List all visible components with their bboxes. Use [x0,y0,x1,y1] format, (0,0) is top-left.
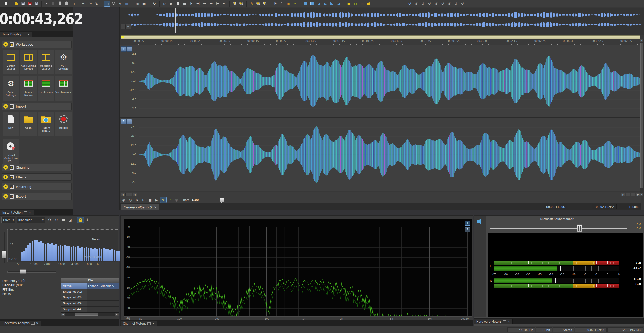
transport-play-icon[interactable]: ▶ [154,197,160,203]
spectroscope-button[interactable]: Spectroscope [55,76,72,101]
zoom-in-time-icon[interactable]: + [631,193,635,196]
fx-pitch-icon[interactable]: ↺ [453,1,459,6]
redo-icon[interactable]: ↷ [87,1,93,6]
speaker-icon[interactable] [476,218,484,224]
overview-menu-icon[interactable]: ≡ [126,24,131,29]
fx-favorites-icon[interactable]: ↺ [407,1,413,6]
marker-next-icon[interactable]: ⚐ [279,1,285,6]
hardware-meters-titlebar[interactable]: Hardware Meters ✕ [474,319,513,324]
spectrum-refresh-icon[interactable]: ↻ [53,217,59,223]
float-icon[interactable] [147,322,151,325]
position-bar[interactable] [121,35,640,39]
fft-size-select[interactable]: 1,024▼ [1,217,15,223]
spectrum-titlebar[interactable]: Spectrum Analysis ✕ [0,321,41,326]
waveform-channel-1[interactable] [120,45,641,117]
expand-arrow-icon[interactable] [3,184,8,189]
envelope-tool-icon[interactable] [335,1,342,6]
snapshot-table-scrollbar[interactable]: ◀ ▶ [61,313,119,316]
scrollbar-thumb[interactable] [125,193,132,196]
section-header-export[interactable]: ↗Export [2,193,72,200]
scroll-down-icon[interactable]: ▼ [640,193,643,196]
cut-icon[interactable]: ✂ [44,1,50,6]
window-type-select[interactable]: Triangular▼ [17,217,45,223]
fx-eq-icon[interactable]: ↺ [420,1,426,6]
extract-audio-cd-button[interactable]: Extract Audio from CD... [3,139,19,164]
spectrum-hslider-handle[interactable] [20,269,26,274]
expand-arrow-icon[interactable] [3,194,8,199]
vst-settings-button[interactable]: ⚙VST Settings [55,50,72,74]
record-button[interactable]: Record [55,112,72,136]
fx-chorus-icon[interactable]: ↺ [446,1,452,6]
close-icon[interactable]: ✕ [36,322,38,324]
transport-monitor-icon[interactable]: ♪ [167,197,173,203]
table-row[interactable]: Snapshot #2: [61,295,119,301]
close-icon[interactable]: ✕ [152,323,154,325]
spectrum-auto-update-icon[interactable]: ⇄ [60,217,66,223]
spectroscope-channel-1-button[interactable]: 1 [465,221,470,226]
float-icon[interactable] [23,33,26,36]
overview-strip[interactable] [120,8,644,35]
save-as-icon[interactable] [27,1,33,6]
section-header-workspace[interactable]: ▣Workspace [2,41,72,48]
time-ruler[interactable]: 00:00:0500:00:1500:00:2500:00:3500:00:45… [120,39,641,46]
expand-arrow-icon[interactable] [3,42,8,47]
default-layout-button[interactable]: Default Layout [3,50,19,74]
scroll-left-icon[interactable]: ◀ [61,313,65,316]
statistics-icon[interactable]: ∿ [117,1,123,6]
fx-delay-icon[interactable]: ↺ [440,1,446,6]
lock-event-icon[interactable] [366,1,372,6]
expand-arrow-icon[interactable] [3,104,8,109]
zoom-fit-icon[interactable]: ◀▶ [636,193,640,196]
output-gain-slider-handle[interactable] [577,224,582,232]
spectrum-grab-icon[interactable]: ↧ [84,217,90,223]
go-to-next-icon[interactable]: |▶▶ [215,1,221,6]
fx-restore-icon[interactable]: ↺ [459,1,465,6]
scrollbar-thumb[interactable] [640,43,643,188]
oscilloscope-button[interactable]: Oscilloscope [38,76,54,101]
fx-amplitude-icon[interactable]: ↺ [413,1,419,6]
transport-go-end-icon[interactable]: ▶| [140,197,147,203]
monitor-audio-icon[interactable]: ♪ [121,24,126,29]
channel-2-minimize-button[interactable]: − [127,119,132,124]
time-display-titlebar[interactable]: Time Display ✕ [0,32,32,37]
plugin-manager-icon[interactable]: ▦ [124,1,130,6]
close-icon[interactable]: ✕ [29,212,31,214]
fx-dynamics-icon[interactable]: ↺ [426,1,432,6]
scroll-right-icon[interactable]: ▶ [621,193,625,196]
table-row[interactable]: Snapshot #3: [61,301,119,307]
spectrum-display-mode-icon[interactable]: ◪ [67,217,73,223]
paste-icon[interactable] [57,1,63,6]
open-button[interactable]: Open [20,112,37,136]
mute-region-icon[interactable]: ⊟ [352,1,359,6]
table-row[interactable]: Snapshot #4: [61,307,119,312]
close-icon[interactable]: ✕ [27,33,30,36]
table-row[interactable]: Snapshot #1: [61,289,119,295]
paste-special-icon[interactable] [63,1,70,6]
spectroscope-channel-2-button[interactable]: 2 [465,227,470,232]
transport-scrub-icon[interactable]: ✎ [160,197,166,203]
audioediting-layout-button[interactable]: AudioEditing Layout [20,50,37,74]
select-to-start-icon[interactable] [302,1,309,6]
float-icon[interactable] [31,322,35,325]
scrollbar-thumb[interactable] [75,313,98,316]
zoom-out-time-icon[interactable]: − [626,193,630,196]
select-to-end-icon[interactable] [309,1,315,6]
transport-go-start-icon[interactable]: |◀ [134,197,140,203]
channel-2-button[interactable]: 2 [121,119,127,124]
spectrum-hold-lock-icon[interactable] [77,217,84,223]
save-file-icon[interactable] [20,1,26,6]
insert-silence-icon[interactable]: ⊞ [359,1,365,6]
spectrum-settings-icon[interactable]: ⚙ [46,217,53,223]
open-file-icon[interactable] [13,1,20,6]
paste-mix-icon[interactable]: ◫ [104,1,110,6]
magnify-time-icon[interactable] [232,1,238,6]
channel-1-minimize-button[interactable]: − [127,46,132,52]
fast-forward-icon[interactable]: ▶▶ [208,1,214,6]
close-icon[interactable]: ✕ [508,321,510,323]
loop-playback-icon[interactable]: ↻ [151,1,157,6]
record-main-icon[interactable]: ◉ [141,1,147,6]
rewind-icon[interactable]: ◀◀ [201,1,207,6]
section-header-mastering[interactable]: ✓Mastering [2,183,72,190]
table-row[interactable]: Active:Espana - Albeniz 5 [61,283,119,289]
record-remote-icon[interactable]: ◉ [134,1,140,6]
